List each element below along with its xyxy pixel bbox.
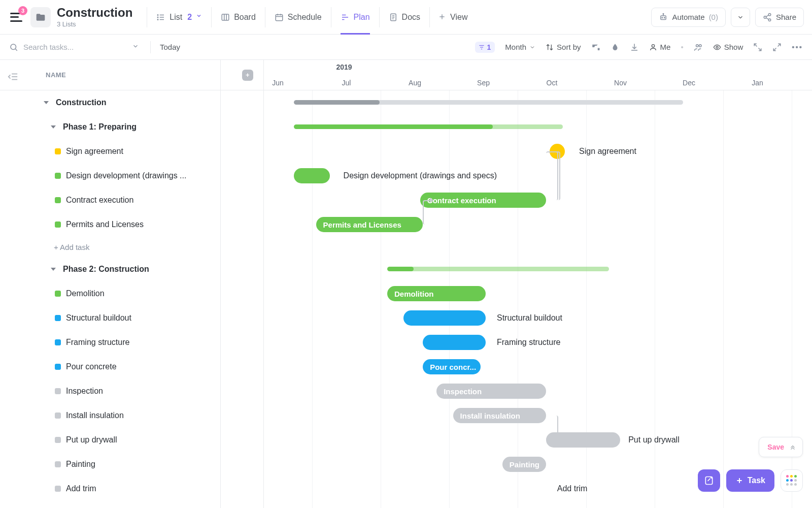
- task-bar[interactable]: Contract execution: [420, 193, 546, 208]
- gantt-row[interactable]: Install insulation: [264, 403, 812, 428]
- task-bar[interactable]: Painting: [502, 457, 546, 472]
- year-label: 2019: [336, 63, 352, 71]
- automate-caret-button[interactable]: [731, 8, 750, 27]
- task-row[interactable]: Inspection: [0, 379, 263, 403]
- month-label: Jul: [342, 79, 351, 87]
- sort-button[interactable]: Sort by: [546, 43, 581, 51]
- add-task-button[interactable]: + Add task: [0, 237, 263, 257]
- task-row[interactable]: Painting: [0, 452, 263, 477]
- summary-bar[interactable]: [387, 267, 609, 271]
- fab-apps-button[interactable]: [781, 469, 803, 492]
- share-button[interactable]: Share: [755, 8, 804, 27]
- task-row[interactable]: Pour concrete: [0, 355, 263, 379]
- add-column-button[interactable]: +: [242, 70, 253, 81]
- row-label: Painting: [66, 460, 95, 469]
- task-row[interactable]: Permits and Licenses: [0, 212, 263, 237]
- save-view-button[interactable]: Save: [759, 437, 803, 457]
- gantt-row[interactable]: [264, 257, 812, 281]
- task-bar[interactable]: Demolition: [387, 286, 486, 301]
- color-icon[interactable]: [611, 43, 620, 52]
- gantt-row[interactable]: Framing structure: [264, 330, 812, 355]
- task-bar[interactable]: Pour concr...: [423, 359, 480, 374]
- view-tab-list[interactable]: List 2: [147, 0, 211, 35]
- gantt-row[interactable]: Sign agreement: [264, 139, 812, 164]
- bar-label: Framing structure: [497, 335, 560, 350]
- gantt-row[interactable]: [264, 237, 812, 257]
- view-tab-board[interactable]: Board: [212, 0, 265, 35]
- download-icon[interactable]: [630, 43, 639, 52]
- group-row[interactable]: Phase 1: Preparing: [0, 115, 263, 139]
- task-row[interactable]: Add trim: [0, 477, 263, 501]
- month-label: Sep: [477, 79, 490, 87]
- gantt-row[interactable]: [264, 115, 812, 139]
- task-sidebar: NAME + ConstructionPhase 1: PreparingSig…: [0, 60, 264, 508]
- task-row[interactable]: Structural buildout: [0, 306, 263, 330]
- gantt-row[interactable]: Design development (drawings and specs): [264, 164, 812, 188]
- task-bar[interactable]: [294, 168, 329, 183]
- gantt-row[interactable]: Put up drywall: [264, 428, 812, 452]
- fab-note-button[interactable]: [698, 469, 720, 492]
- board-icon: [221, 13, 230, 22]
- reschedule-icon[interactable]: [591, 43, 600, 52]
- task-row[interactable]: Demolition: [0, 281, 263, 306]
- summary-bar[interactable]: [294, 100, 683, 105]
- milestone[interactable]: [550, 144, 565, 159]
- note-icon: [704, 475, 714, 486]
- gantt-row[interactable]: Inspection: [264, 379, 812, 403]
- gantt-row[interactable]: Contract execution: [264, 188, 812, 212]
- expand-icon[interactable]: [772, 43, 782, 52]
- task-bar[interactable]: Permits and Licenses: [316, 217, 423, 232]
- sidebar-toggle-button[interactable]: 3: [8, 9, 24, 25]
- gantt-row[interactable]: Demolition: [264, 281, 812, 306]
- gantt-row[interactable]: Permits and Licenses: [264, 212, 812, 237]
- gantt-row[interactable]: [264, 90, 812, 115]
- filter-chip[interactable]: 1: [475, 42, 495, 53]
- status-square: [55, 388, 61, 394]
- search-input[interactable]: [22, 42, 128, 52]
- group-row[interactable]: Construction: [0, 90, 263, 115]
- task-row[interactable]: Framing structure: [0, 330, 263, 355]
- task-row[interactable]: Contract execution: [0, 188, 263, 212]
- task-bar[interactable]: Inspection: [436, 384, 546, 399]
- chevron-down-icon[interactable]: [132, 43, 141, 52]
- calendar-icon: [275, 13, 284, 22]
- view-tab-docs[interactable]: Docs: [380, 0, 429, 35]
- status-square: [55, 197, 61, 203]
- gantt-row[interactable]: Pour concr...: [264, 355, 812, 379]
- gantt-icon: [341, 13, 350, 22]
- assignees-icon[interactable]: [694, 43, 703, 52]
- task-bar[interactable]: [403, 310, 486, 326]
- folder-icon: [36, 12, 46, 22]
- task-row[interactable]: Sign agreement: [0, 139, 263, 164]
- summary-bar[interactable]: [294, 124, 562, 129]
- add-view-button[interactable]: View: [430, 0, 476, 35]
- zoom-select[interactable]: Month: [505, 43, 535, 51]
- show-button[interactable]: Show: [713, 43, 743, 51]
- plus-icon: [735, 477, 743, 485]
- folder-button[interactable]: [30, 7, 51, 27]
- task-bar[interactable]: [423, 335, 486, 350]
- task-row[interactable]: Put up drywall: [0, 428, 263, 452]
- fab-task-button[interactable]: Task: [726, 469, 774, 492]
- status-square: [55, 315, 61, 321]
- view-tab-plan[interactable]: Plan: [331, 0, 379, 35]
- task-row[interactable]: Design development (drawings ...: [0, 164, 263, 188]
- group-row[interactable]: Phase 2: Construction: [0, 257, 263, 281]
- svg-rect-9: [276, 14, 283, 20]
- automate-button[interactable]: Automate (0): [651, 8, 726, 27]
- more-menu-button[interactable]: •••: [792, 43, 803, 51]
- task-row[interactable]: Install insulation: [0, 403, 263, 428]
- me-filter[interactable]: Me: [649, 43, 671, 51]
- task-bar[interactable]: Install insulation: [453, 408, 547, 423]
- row-label: Put up drywall: [66, 435, 117, 444]
- row-label: Inspection: [66, 387, 103, 396]
- view-tab-schedule[interactable]: Schedule: [265, 0, 331, 35]
- row-label: Structural buildout: [66, 313, 131, 323]
- search-icon: [9, 43, 18, 52]
- gantt-row[interactable]: Structural buildout: [264, 306, 812, 330]
- filter-icon: [478, 44, 485, 51]
- today-button[interactable]: Today: [160, 43, 180, 51]
- gantt-area[interactable]: JunJulAugSepOctNovDecJanFeb2019 Sign agr…: [264, 60, 812, 508]
- status-square: [55, 221, 61, 228]
- collapse-icon[interactable]: [753, 43, 762, 52]
